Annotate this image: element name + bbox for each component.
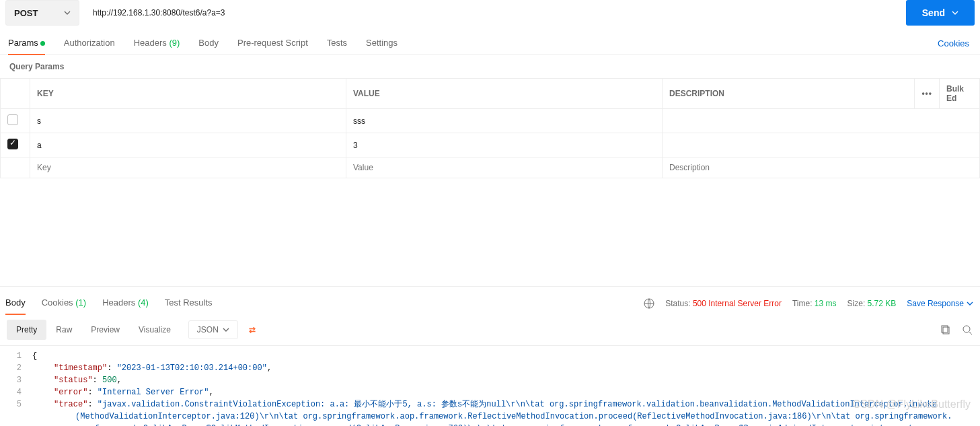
- bulk-edit-button[interactable]: Bulk Ed: [940, 79, 980, 109]
- save-response-button[interactable]: Save Response: [907, 299, 973, 308]
- send-label: Send: [922, 7, 945, 18]
- globe-icon[interactable]: [644, 298, 654, 309]
- more-dots-icon: •••: [921, 89, 932, 98]
- table-row: a 3: [1, 133, 980, 157]
- view-visualize-button[interactable]: Visualize: [129, 320, 180, 340]
- view-preview-button[interactable]: Preview: [81, 320, 129, 340]
- response-body[interactable]: 1{ 2"timestamp": "2023-01-13T02:10:03.21…: [0, 346, 980, 426]
- wrap-lines-button[interactable]: ⇄: [242, 321, 262, 339]
- cookies-link[interactable]: Cookies: [938, 38, 975, 48]
- col-header-value: VALUE: [346, 79, 663, 109]
- chevron-down-icon: [64, 11, 71, 15]
- svg-point-3: [963, 326, 970, 332]
- col-more[interactable]: •••: [915, 79, 940, 109]
- time-meta[interactable]: Time: 13 ms: [792, 299, 837, 308]
- cell-value[interactable]: sss: [346, 109, 663, 133]
- resp-tab-tests[interactable]: Test Results: [165, 292, 213, 314]
- status-value: 500 Internal Server Error: [693, 299, 782, 308]
- params-table: KEY VALUE DESCRIPTION ••• Bulk Ed s sss …: [0, 78, 980, 178]
- cell-key[interactable]: a: [30, 133, 346, 157]
- tab-params[interactable]: Params: [8, 32, 45, 55]
- query-params-title: Query Params: [0, 55, 980, 78]
- view-pretty-button[interactable]: Pretty: [7, 320, 46, 340]
- url-input[interactable]: [85, 0, 901, 26]
- search-icon[interactable]: [961, 324, 973, 336]
- tab-prerequest[interactable]: Pre-request Script: [237, 32, 308, 55]
- tab-settings[interactable]: Settings: [366, 32, 398, 55]
- chevron-down-icon[interactable]: [952, 11, 958, 15]
- tab-authorization[interactable]: Authorization: [64, 32, 115, 55]
- cell-key[interactable]: s: [30, 109, 346, 133]
- copy-icon[interactable]: [940, 324, 952, 336]
- tab-headers[interactable]: Headers (9): [134, 32, 180, 55]
- cell-description[interactable]: [663, 133, 980, 157]
- cell-description[interactable]: [663, 109, 980, 133]
- cell-value-placeholder[interactable]: [346, 157, 663, 178]
- row-checkbox[interactable]: [7, 114, 18, 125]
- size-value: 5.72 KB: [868, 299, 897, 308]
- status-meta[interactable]: Status: 500 Internal Server Error: [665, 299, 782, 308]
- tab-tests[interactable]: Tests: [327, 32, 347, 55]
- resp-tab-headers[interactable]: Headers (4): [102, 292, 149, 314]
- format-select[interactable]: JSON: [188, 320, 238, 339]
- table-row: s sss: [1, 109, 980, 133]
- cell-value[interactable]: 3: [346, 133, 663, 157]
- method-label: POST: [14, 8, 38, 18]
- col-header-key: KEY: [30, 79, 346, 109]
- resp-tab-body[interactable]: Body: [5, 292, 26, 314]
- headers-count: (9): [169, 38, 180, 48]
- size-meta[interactable]: Size: 5.72 KB: [847, 299, 897, 308]
- method-select[interactable]: POST: [5, 0, 79, 26]
- time-value: 13 ms: [815, 299, 837, 308]
- tab-body[interactable]: Body: [198, 32, 219, 55]
- col-header-description: DESCRIPTION: [663, 79, 915, 109]
- row-checkbox[interactable]: [7, 139, 18, 149]
- cookies-count: (1): [75, 297, 86, 308]
- cell-description-placeholder[interactable]: [663, 157, 980, 178]
- chevron-down-icon: [223, 328, 229, 332]
- chevron-down-icon: [967, 301, 973, 306]
- cell-key-placeholder[interactable]: [30, 157, 346, 178]
- params-dirty-dot: [40, 41, 45, 46]
- send-button[interactable]: Send: [906, 0, 975, 26]
- resp-headers-count: (4): [138, 297, 149, 308]
- view-raw-button[interactable]: Raw: [46, 320, 81, 340]
- table-row-new: [1, 157, 980, 178]
- resp-tab-cookies[interactable]: Cookies (1): [42, 292, 86, 314]
